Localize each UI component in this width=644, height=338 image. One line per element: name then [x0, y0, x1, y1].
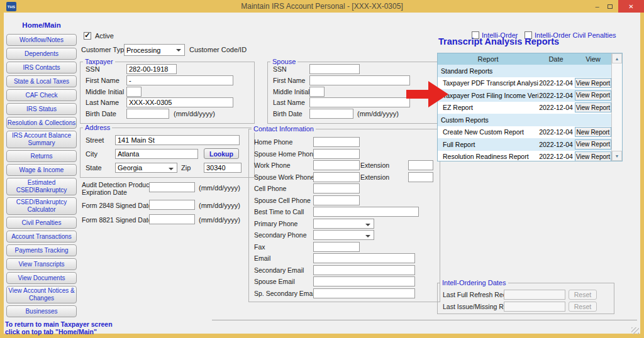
- app-window: THS Maintain IRS Account Personal - [XXX…: [0, 0, 644, 338]
- taxpayer-first-name-input[interactable]: [126, 75, 233, 85]
- spouse-last-name-input[interactable]: [309, 97, 410, 107]
- state-select[interactable]: Georgia: [115, 163, 177, 173]
- column-date: Date: [538, 53, 574, 65]
- home-phone-input[interactable]: [313, 137, 360, 147]
- maximize-button[interactable]: [604, 0, 615, 13]
- spouse-middle-initial-label: Middle Initial: [273, 88, 309, 95]
- spouse-cell-phone-input[interactable]: [313, 195, 360, 205]
- new-report-button[interactable]: New Report: [575, 127, 611, 137]
- view-report-button[interactable]: View Report: [575, 90, 611, 101]
- spouse-middle-initial-input[interactable]: [309, 87, 325, 97]
- spouse-first-name-label: First Name: [273, 77, 305, 84]
- email-input[interactable]: [313, 253, 415, 263]
- taxpayer-group: Taxpayer SSN First Name Middle Initial L…: [80, 62, 255, 124]
- customer-type-select[interactable]: Processing: [124, 44, 185, 56]
- spouse-home-phone-input[interactable]: [313, 149, 360, 159]
- sidebar-item-businesses[interactable]: Businesses: [6, 305, 77, 317]
- report-row-taxpayer-pdf[interactable]: Taxpayer PDF Transcript Analysis 2022-12…: [438, 77, 613, 90]
- zip-input[interactable]: [204, 163, 242, 173]
- sidebar-item-state-local-taxes[interactable]: State & Local Taxes: [6, 75, 77, 87]
- titlebar: THS Maintain IRS Account Personal - [XXX…: [0, 0, 644, 13]
- primary-phone-label: Primary Phone: [254, 220, 297, 227]
- city-input[interactable]: [115, 149, 198, 159]
- work-extension-label: Extension: [360, 161, 389, 169]
- sidebar-item-caf-check[interactable]: CAF Check: [6, 89, 77, 101]
- work-extension-input[interactable]: [408, 160, 433, 170]
- report-row-ez-report[interactable]: EZ Report 2022-12-04 View Report: [438, 102, 613, 114]
- form-8821-date-input[interactable]: [149, 214, 195, 224]
- taxpayer-middle-initial-input[interactable]: [126, 87, 142, 97]
- view-report-button[interactable]: View Report: [575, 139, 611, 150]
- view-report-button[interactable]: View Report: [575, 102, 611, 112]
- fax-input[interactable]: [313, 242, 360, 252]
- email-label: Email: [254, 254, 270, 262]
- contact-information-group: Contact Information Home Phone Spouse Ho…: [248, 129, 440, 302]
- minimize-button[interactable]: –: [592, 0, 602, 13]
- secondary-email-input[interactable]: [313, 265, 415, 275]
- close-button[interactable]: ✕: [618, 0, 644, 13]
- footer-divider: [212, 320, 637, 320]
- sidebar-item-estimated-csed-bankruptcy[interactable]: Estimated CSED\Bankruptcy: [6, 178, 77, 195]
- cell-phone-input[interactable]: [313, 183, 360, 194]
- form-8821-date-hint: (mm/dd/yyyy): [199, 216, 240, 224]
- report-row-resolution-readiness-report[interactable]: Resolution Readiness Report 2022-12-04 V…: [438, 151, 613, 162]
- report-row-post-filing-income-verification[interactable]: Taxpayer Post Filing Income Verification…: [438, 89, 613, 102]
- sp-secondary-email-input[interactable]: [313, 288, 415, 298]
- taxpayer-birth-date-input[interactable]: [126, 109, 169, 119]
- resize-grip[interactable]: [631, 327, 639, 334]
- form-2848-date-input[interactable]: [149, 200, 195, 210]
- sidebar-item-view-account-notices[interactable]: View Account Notices & Changes: [6, 286, 77, 303]
- scroll-up-icon[interactable]: ▲: [612, 53, 622, 63]
- sidebar-item-irs-account-balance-summary[interactable]: IRS Account Balance Summary: [6, 131, 77, 148]
- column-report: Report: [438, 53, 538, 65]
- cell-phone-label: Cell Phone: [254, 185, 286, 192]
- street-input[interactable]: [115, 135, 240, 145]
- sidebar-item-account-transactions[interactable]: Account Transactions: [6, 231, 77, 243]
- sidebar-item-dependents[interactable]: Dependents: [6, 48, 77, 60]
- reports-scrollbar[interactable]: ▲ ▼: [611, 53, 622, 161]
- work-phone-input[interactable]: [313, 160, 360, 170]
- taxpayer-ssn-input[interactable]: [126, 64, 177, 74]
- taxpayer-last-name-input[interactable]: [126, 97, 233, 107]
- spouse-first-name-input[interactable]: [309, 75, 410, 85]
- street-label: Street: [86, 136, 104, 144]
- active-label: Active: [95, 32, 114, 40]
- report-row-full-report[interactable]: Full Report 2022-12-04 View Report: [438, 138, 613, 151]
- sidebar-item-irs-contacts[interactable]: IRS Contacts: [6, 62, 77, 74]
- spouse-email-input[interactable]: [313, 276, 415, 286]
- view-report-button[interactable]: View Report: [575, 78, 611, 88]
- window-title: Maintain IRS Account Personal - [XXX-XX-…: [0, 2, 644, 11]
- audit-product-date-input[interactable]: [149, 182, 195, 192]
- zip-label: Zip: [181, 164, 191, 172]
- sidebar-item-resolution-collections[interactable]: Resolution & Collections: [6, 117, 77, 129]
- spouse-group-label: Spouse: [270, 58, 297, 65]
- primary-phone-select[interactable]: [313, 219, 374, 229]
- scroll-down-icon[interactable]: ▼: [612, 151, 622, 161]
- view-report-button[interactable]: View Report: [575, 151, 611, 161]
- sidebar-item-csed-bankruptcy-calculator[interactable]: CSED/Bankruptcy Calculator: [6, 197, 77, 215]
- sidebar-item-view-transcripts[interactable]: View Transcripts: [6, 258, 77, 270]
- sidebar-item-payments-tracking[interactable]: Payments Tracking: [6, 244, 77, 256]
- red-arrow-annotation: [406, 90, 429, 99]
- address-group: Address Street City Lookup State Georgia…: [80, 128, 255, 178]
- sidebar-item-returns[interactable]: Returns: [6, 150, 77, 162]
- spouse-home-phone-label: Spouse Home Phone: [254, 150, 317, 158]
- report-row-create-new-custom-report[interactable]: Create New Custom Report 2022-12-04 New …: [438, 126, 613, 139]
- active-checkbox[interactable]: [84, 32, 91, 40]
- sidebar-item-irs-status[interactable]: IRS Status: [6, 103, 77, 115]
- sidebar-item-view-documents[interactable]: View Documents: [6, 272, 77, 284]
- sidebar-item-civil-penalties[interactable]: Civil Penalties: [6, 217, 77, 229]
- lookup-button[interactable]: Lookup: [204, 148, 239, 159]
- sidebar-item-wage-income[interactable]: Wage & Income: [6, 164, 77, 176]
- taxpayer-birth-date-label: Birth Date: [86, 110, 116, 117]
- spouse-ssn-input[interactable]: [309, 64, 360, 74]
- best-time-to-call-input[interactable]: [313, 207, 419, 217]
- sidebar-footer-note-line1: To return to main Taxpayer screen: [5, 320, 113, 328]
- spouse-cell-phone-label: Spouse Cell Phone: [254, 197, 311, 204]
- spouse-work-phone-input[interactable]: [313, 172, 360, 182]
- secondary-phone-select[interactable]: [313, 230, 374, 240]
- sidebar-item-workflow-notes[interactable]: Workflow/Notes: [6, 34, 77, 46]
- spouse-work-extension-input[interactable]: [408, 172, 433, 182]
- spouse-birth-date-input[interactable]: [309, 109, 353, 119]
- taxpayer-last-name-label: Last Name: [86, 99, 119, 106]
